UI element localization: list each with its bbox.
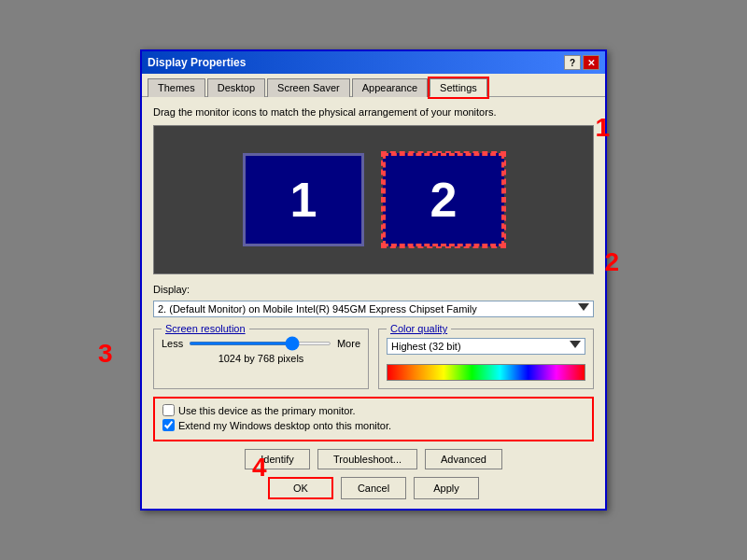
resolution-slider[interactable] — [189, 342, 331, 345]
display-dropdown[interactable]: 2. (Default Monitor) on Mobile Intel(R) … — [153, 301, 594, 317]
color-quality-dropdown[interactable]: Highest (32 bit) — [387, 338, 585, 355]
annotation-3: 3 — [98, 339, 113, 369]
title-bar-buttons: ? ✕ — [564, 55, 599, 70]
display-properties-dialog: Display Properties ? ✕ Themes Desktop Sc… — [140, 49, 607, 511]
monitor-2[interactable]: 2 — [383, 153, 504, 246]
tab-screen-saver[interactable]: Screen Saver — [267, 78, 350, 97]
annotation-2: 2 — [604, 247, 619, 277]
display-dropdown-row: 2. (Default Monitor) on Mobile Intel(R) … — [153, 301, 594, 317]
button-row-2: OK Cancel Apply — [153, 477, 594, 499]
screen-resolution-group: Screen resolution Less More 1024 by 768 … — [153, 323, 369, 389]
description-text: Drag the monitor icons to match the phys… — [153, 106, 594, 118]
checkbox-section: Use this device as the primary monitor. … — [153, 397, 594, 441]
annotation-4: 4 — [252, 453, 267, 483]
close-button[interactable]: ✕ — [583, 55, 599, 70]
color-bar — [387, 364, 585, 381]
resolution-text: 1024 by 768 pixels — [162, 353, 360, 364]
monitor-1[interactable]: 1 — [243, 153, 364, 246]
color-quality-legend: Color quality — [387, 323, 451, 334]
tab-bar: Themes Desktop Screen Saver Appearance S… — [142, 74, 605, 97]
dialog-title: Display Properties — [148, 56, 246, 69]
extend-desktop-label: Extend my Windows desktop onto this moni… — [178, 420, 391, 431]
advanced-button[interactable]: Advanced — [425, 449, 502, 469]
color-quality-group: Color quality Highest (32 bit) — [378, 323, 594, 389]
tab-desktop[interactable]: Desktop — [207, 78, 265, 97]
title-bar: Display Properties ? ✕ — [142, 51, 605, 74]
checkbox-row-2: Extend my Windows desktop onto this moni… — [162, 419, 585, 431]
extend-desktop-checkbox[interactable] — [162, 419, 175, 431]
monitor-preview: 1 2 1 2 — [153, 125, 594, 274]
troubleshoot-button[interactable]: Troubleshoot... — [317, 449, 417, 469]
annotation-1: 1 — [595, 113, 610, 143]
button-row-1: Identify Troubleshoot... Advanced — [153, 449, 594, 469]
tab-appearance[interactable]: Appearance — [352, 78, 428, 97]
slider-row: Less More — [162, 338, 360, 349]
tab-settings[interactable]: Settings — [430, 78, 487, 97]
primary-monitor-checkbox[interactable] — [162, 404, 175, 416]
help-button[interactable]: ? — [564, 55, 581, 70]
settings-row: Screen resolution Less More 1024 by 768 … — [153, 323, 594, 389]
display-field-row: Display: — [153, 284, 594, 295]
primary-monitor-label: Use this device as the primary monitor. — [178, 405, 356, 416]
apply-button[interactable]: Apply — [414, 477, 479, 499]
tab-themes[interactable]: Themes — [148, 78, 205, 97]
cancel-button[interactable]: Cancel — [341, 477, 406, 499]
less-label: Less — [162, 338, 183, 349]
checkbox-row-1: Use this device as the primary monitor. — [162, 404, 585, 416]
ok-button[interactable]: OK — [268, 477, 333, 499]
dialog-wrapper: 3 4 Display Properties ? ✕ Themes Deskto… — [140, 49, 607, 511]
dialog-content: Drag the monitor icons to match the phys… — [142, 97, 605, 509]
more-label: More — [337, 338, 360, 349]
display-label: Display: — [153, 284, 190, 295]
screen-resolution-legend: Screen resolution — [162, 323, 249, 334]
monitor-area-wrapper: 1 2 1 2 — [153, 125, 594, 274]
